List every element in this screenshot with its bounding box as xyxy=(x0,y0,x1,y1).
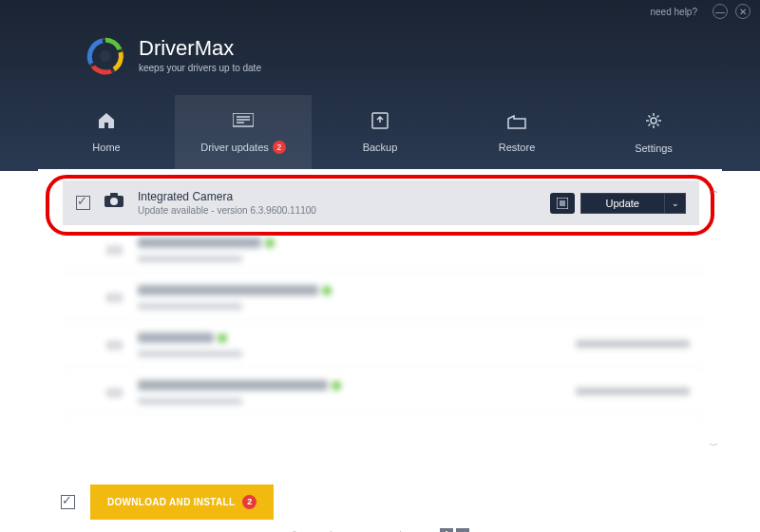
update-dropdown[interactable]: ⌄ xyxy=(665,193,686,214)
download-install-button[interactable]: DOWNLOAD AND INSTALL 2 xyxy=(90,484,274,520)
gear-icon xyxy=(644,111,663,135)
driver-row-blurred: ▭ xyxy=(63,273,703,320)
scroll-down-arrow[interactable]: ﹀ xyxy=(710,440,718,452)
restore-icon xyxy=(506,112,527,134)
app-logo xyxy=(86,36,125,76)
backup-icon xyxy=(371,112,389,134)
tab-label: Backup xyxy=(363,142,398,153)
monitor-icon: ▭ xyxy=(104,238,124,259)
checkbox[interactable] xyxy=(76,196,90,210)
device-status: Update available - version 6.3.9600.1110… xyxy=(138,205,537,216)
tab-restore[interactable]: Restore xyxy=(448,95,585,169)
tab-backup[interactable]: Backup xyxy=(312,95,448,169)
tab-label: Settings xyxy=(635,142,673,154)
need-help-link[interactable]: need help? xyxy=(651,7,698,17)
windows-icon: ▭ xyxy=(104,333,124,354)
facebook-icon[interactable]: f xyxy=(440,528,453,532)
audio-icon: ▭ xyxy=(104,286,124,307)
driver-row-blurred: ▭ xyxy=(63,368,703,415)
details-icon[interactable] xyxy=(550,193,575,214)
svg-point-7 xyxy=(651,118,656,124)
scroll-up-arrow[interactable]: ︿ xyxy=(710,184,718,197)
update-button[interactable]: Update xyxy=(580,193,665,214)
updates-badge: 2 xyxy=(273,141,286,154)
app-title: DriverMax xyxy=(139,36,261,61)
minimize-button[interactable]: — xyxy=(712,4,728,19)
driver-row[interactable]: Integrated Camera Update available - ver… xyxy=(63,180,699,225)
app-tagline: keeps your drivers up to date xyxy=(139,63,261,73)
driver-row-blurred: ▭ xyxy=(63,225,703,273)
tab-label: Restore xyxy=(499,142,536,153)
main-tabs: Home Driver updates 2 Backup Restore xyxy=(38,95,722,169)
scrollbar[interactable]: ︿ ﹀ xyxy=(707,184,720,452)
driver-row-blurred: ▭ xyxy=(63,320,703,368)
home-icon xyxy=(97,112,116,134)
select-all-checkbox[interactable] xyxy=(61,495,75,509)
googleplus-icon[interactable]: g⁺ xyxy=(456,528,469,532)
chipset-icon: ▭ xyxy=(104,381,124,402)
svg-rect-9 xyxy=(110,193,118,197)
tab-label: Home xyxy=(92,142,120,153)
install-badge: 2 xyxy=(242,495,256,509)
device-name: Integrated Camera xyxy=(138,190,537,203)
svg-point-10 xyxy=(110,198,118,205)
camera-icon xyxy=(104,193,124,213)
tab-home[interactable]: Home xyxy=(38,95,175,169)
svg-point-1 xyxy=(100,50,111,62)
tab-settings[interactable]: Settings xyxy=(585,95,722,169)
updates-icon xyxy=(233,111,254,133)
close-button[interactable]: ✕ xyxy=(735,4,750,19)
tab-driver-updates[interactable]: Driver updates 2 xyxy=(175,95,312,169)
tab-label: Driver updates 2 xyxy=(200,141,286,154)
